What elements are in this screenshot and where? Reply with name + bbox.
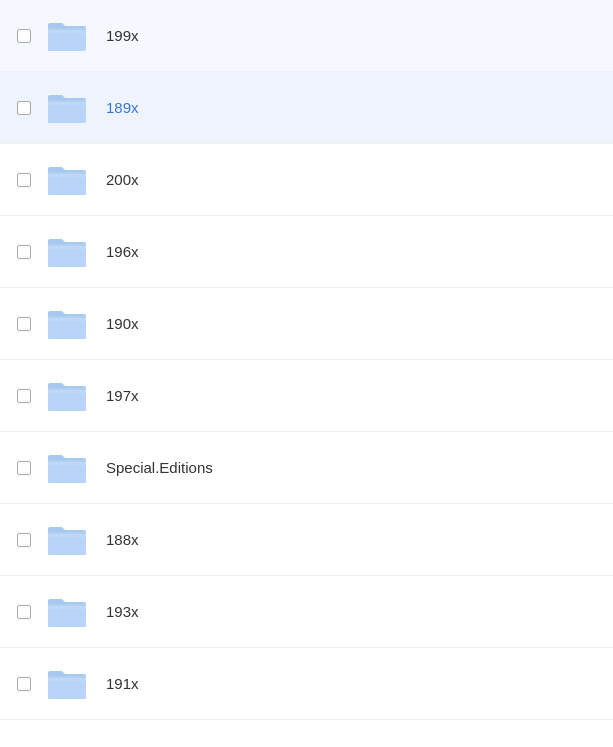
item-190x-label: 190x xyxy=(106,315,139,332)
item-190x-checkbox-area xyxy=(12,317,36,331)
item-189x-label: 189x xyxy=(106,99,139,116)
item-190x[interactable]: 190x xyxy=(0,288,613,360)
item-196x-checkbox-area xyxy=(12,245,36,259)
item-199x-checkbox-area xyxy=(12,29,36,43)
item-197x-checkbox-area xyxy=(12,389,36,403)
item-200x-checkbox[interactable] xyxy=(17,173,31,187)
item-special-editions[interactable]: Special.Editions xyxy=(0,432,613,504)
item-199x[interactable]: 199x xyxy=(0,0,613,72)
item-190x-folder-icon xyxy=(44,301,90,347)
item-199x-label: 199x xyxy=(106,27,139,44)
item-197x-folder-icon xyxy=(44,373,90,419)
item-197x-checkbox[interactable] xyxy=(17,389,31,403)
item-196x[interactable]: 196x xyxy=(0,216,613,288)
item-193x-checkbox[interactable] xyxy=(17,605,31,619)
item-191x-checkbox[interactable] xyxy=(17,677,31,691)
item-special-editions-folder-icon xyxy=(44,445,90,491)
item-191x-label: 191x xyxy=(106,675,139,692)
item-200x[interactable]: 200x xyxy=(0,144,613,216)
item-189x-checkbox-area xyxy=(12,101,36,115)
item-191x[interactable]: 191x xyxy=(0,648,613,720)
item-188x[interactable]: 188x xyxy=(0,504,613,576)
item-193x-folder-icon xyxy=(44,589,90,635)
item-199x-folder-icon xyxy=(44,13,90,59)
item-197x-label: 197x xyxy=(106,387,139,404)
item-200x-folder-icon xyxy=(44,157,90,203)
item-197x[interactable]: 197x xyxy=(0,360,613,432)
item-special-editions-checkbox[interactable] xyxy=(17,461,31,475)
item-196x-checkbox[interactable] xyxy=(17,245,31,259)
item-188x-checkbox-area xyxy=(12,533,36,547)
item-196x-folder-icon xyxy=(44,229,90,275)
item-200x-checkbox-area xyxy=(12,173,36,187)
item-special-editions-label: Special.Editions xyxy=(106,459,213,476)
folder-list: 199x 189x 200x 196x xyxy=(0,0,613,720)
item-199x-checkbox[interactable] xyxy=(17,29,31,43)
item-188x-label: 188x xyxy=(106,531,139,548)
item-190x-checkbox[interactable] xyxy=(17,317,31,331)
item-191x-folder-icon xyxy=(44,661,90,707)
item-189x[interactable]: 189x xyxy=(0,72,613,144)
item-200x-label: 200x xyxy=(106,171,139,188)
item-193x-label: 193x xyxy=(106,603,139,620)
item-special-editions-checkbox-area xyxy=(12,461,36,475)
item-189x-folder-icon xyxy=(44,85,90,131)
item-189x-checkbox[interactable] xyxy=(17,101,31,115)
item-188x-checkbox[interactable] xyxy=(17,533,31,547)
item-191x-checkbox-area xyxy=(12,677,36,691)
item-193x-checkbox-area xyxy=(12,605,36,619)
item-193x[interactable]: 193x xyxy=(0,576,613,648)
item-188x-folder-icon xyxy=(44,517,90,563)
item-196x-label: 196x xyxy=(106,243,139,260)
